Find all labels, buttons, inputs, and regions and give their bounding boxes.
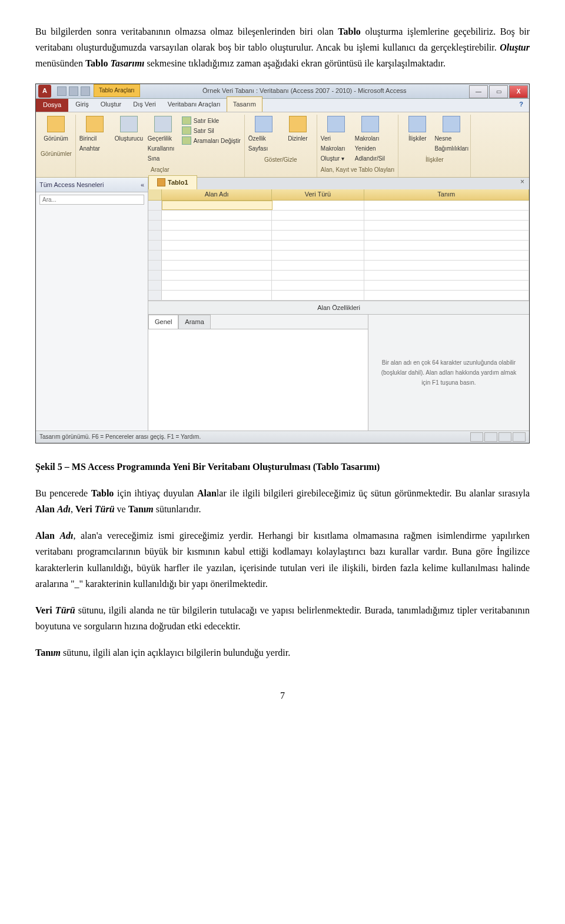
text: ve	[115, 504, 128, 514]
table-row[interactable]	[148, 201, 529, 211]
close-doc-icon[interactable]: ×	[516, 175, 529, 189]
btn-label: Makroları Yeniden Adlandır/Sil	[355, 134, 385, 164]
property-tabs-box: Genel Arama	[148, 315, 368, 430]
modify-lookups-button[interactable]: Aramaları Değiştir	[182, 136, 241, 146]
design-grid-rows[interactable]	[148, 201, 529, 301]
ribbon-group-olaylar: Veri Makroları Oluştur ▾ Makroları Yenid…	[317, 115, 398, 177]
property-body[interactable]	[148, 329, 368, 431]
view-sql-icon[interactable]	[498, 432, 511, 442]
table-row[interactable]	[148, 291, 529, 301]
qat-save-icon[interactable]	[57, 86, 67, 96]
close-button[interactable]: X	[509, 85, 528, 98]
view-other-icon[interactable]	[513, 432, 526, 442]
relationships-icon	[408, 116, 426, 132]
bold-olustur: Oluştur	[500, 42, 530, 52]
ribbon-tabs: Dosya Giriş Oluştur Dış Veri Veritabanı …	[36, 99, 529, 112]
builder-button[interactable]: Oluşturucu	[114, 116, 144, 144]
view-design-icon[interactable]	[484, 432, 497, 442]
design-grid-header: Alan Adı Veri Türü Tanım	[148, 189, 529, 201]
file-tab[interactable]: Dosya	[36, 99, 68, 112]
group-label: Alan, Kayıt ve Tablo Olayları	[321, 164, 394, 176]
tab-label: Tablo1	[168, 177, 188, 188]
ribbon-group-araclar: Birincil Anahtar Oluşturucu Geçerlilik K…	[76, 115, 245, 177]
tab-tasarim[interactable]: Tasarım	[227, 96, 262, 112]
property-sheet-button[interactable]: Özellik Sayfası	[248, 116, 279, 154]
nav-header[interactable]: Tüm Access Nesneleri «	[36, 178, 148, 193]
text: Bu pencerede	[35, 488, 91, 498]
create-data-macro-button[interactable]: Veri Makroları Oluştur ▾	[321, 116, 351, 164]
maximize-button[interactable]: ▭	[489, 85, 508, 98]
dependencies-icon	[443, 116, 460, 132]
qat-redo-icon[interactable]	[81, 86, 90, 96]
tab-general[interactable]: Genel	[148, 315, 178, 329]
text: sütunu, ilgili alan için açıklayıcı bilg…	[61, 648, 290, 658]
test-rules-button[interactable]: Geçerlilik Kurallarını Sına	[148, 116, 178, 164]
delete-row-button[interactable]: Satır Sil	[182, 126, 241, 136]
btn-label: Geçerlilik Kurallarını Sına	[148, 134, 178, 164]
table-row[interactable]	[148, 211, 529, 221]
intro-paragraph: Bu bilgilerden sonra veritabanının olmaz…	[35, 24, 530, 72]
text: için ihtiyaç duyulan	[114, 488, 197, 498]
dependencies-button[interactable]: Nesne Bağımlılıkları	[436, 116, 467, 154]
relationships-button[interactable]: İlişkiler	[402, 116, 433, 144]
bold: Tanı	[35, 648, 54, 658]
bold-ital: Adı	[59, 531, 73, 541]
help-icon[interactable]: ?	[513, 97, 529, 112]
col-field-name: Alan Adı	[162, 189, 272, 200]
qat-undo-icon[interactable]	[69, 86, 78, 96]
indexes-button[interactable]: Dizinler	[282, 116, 313, 144]
status-text: Tasarım görünümü. F6 = Pencereler arası …	[39, 432, 201, 442]
tab-lookup[interactable]: Arama	[178, 315, 210, 329]
tab-disveri[interactable]: Dış Veri	[127, 97, 162, 112]
text: ,	[71, 504, 75, 514]
text: sütunlarıdır.	[154, 504, 201, 514]
collapse-icon[interactable]: «	[141, 179, 144, 191]
tab-giris[interactable]: Giriş	[69, 97, 95, 112]
contextual-tab-label: Tablo Araçları	[94, 84, 140, 97]
table-row[interactable]	[148, 261, 529, 271]
doc-tab-tablo1[interactable]: Tablo1	[148, 175, 197, 189]
bold-ital: Türü	[55, 605, 75, 615]
document-area: Tablo1 × Alan Adı Veri Türü Tanım	[148, 178, 529, 431]
property-sheet-icon	[255, 116, 272, 132]
view-switcher	[470, 432, 526, 442]
field-properties-title: Alan Özellikleri	[148, 301, 529, 315]
bold-ital: m	[146, 504, 153, 514]
tab-olustur[interactable]: Oluştur	[95, 97, 127, 112]
view-datasheet-icon[interactable]	[470, 432, 483, 442]
minimize-button[interactable]: —	[469, 85, 488, 98]
app-icon[interactable]: A	[38, 85, 51, 98]
rename-macro-icon	[361, 116, 379, 132]
bold: Tablo	[91, 488, 114, 498]
table-row[interactable]	[148, 281, 529, 291]
window-title: Örnek Veri Tabanı : Veritabanı (Access 2…	[140, 84, 469, 98]
table-row[interactable]	[148, 241, 529, 251]
table-row[interactable]	[148, 231, 529, 241]
group-label: Görünümler	[41, 148, 72, 160]
page-number: 7	[35, 688, 530, 703]
table-row[interactable]	[148, 251, 529, 261]
btn-label: Nesne Bağımlılıkları	[434, 134, 468, 154]
label: Satır Sil	[194, 126, 214, 136]
ribbon-group-goster-gizle: Özellik Sayfası Dizinler Göster/Gizle	[245, 115, 317, 177]
rename-delete-macro-button[interactable]: Makroları Yeniden Adlandır/Sil	[355, 116, 385, 164]
bold: Veri	[35, 605, 55, 615]
tab-veritabani-araclari[interactable]: Veritabanı Araçları	[162, 97, 227, 112]
status-bar: Tasarım görünümü. F6 = Pencereler arası …	[36, 431, 529, 443]
group-label: Göster/Gizle	[248, 154, 313, 166]
bold-ital: Adı	[57, 504, 71, 514]
table-row[interactable]	[148, 221, 529, 231]
insert-row-button[interactable]: Satır Ekle	[182, 116, 241, 126]
primary-key-button[interactable]: Birincil Anahtar	[79, 116, 110, 154]
key-icon	[86, 116, 104, 132]
nav-title: Tüm Access Nesneleri	[39, 179, 104, 191]
bold: Alan	[35, 531, 59, 541]
row-ops: Satır Ekle Satır Sil Aramaları Değiştir	[182, 116, 241, 146]
table-row[interactable]	[148, 271, 529, 281]
btn-label: Veri Makroları Oluştur ▾	[321, 134, 351, 164]
window-controls: — ▭ X	[469, 84, 529, 98]
bold: Tanı	[128, 504, 147, 514]
view-button[interactable]: Görünüm	[41, 116, 71, 144]
search-input[interactable]	[39, 195, 144, 205]
nav-search	[36, 192, 148, 207]
